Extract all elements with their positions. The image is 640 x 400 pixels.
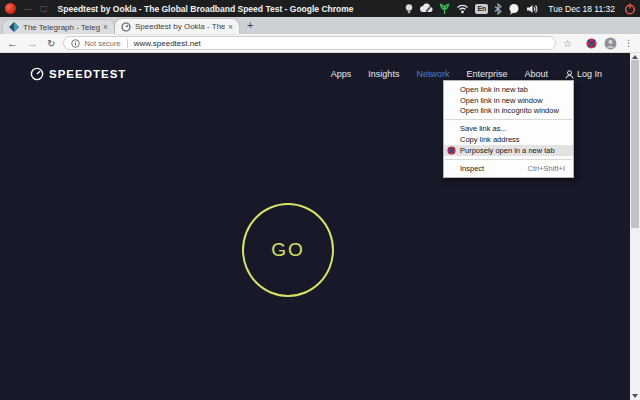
security-label: Not secure xyxy=(84,39,120,48)
address-bar[interactable]: Not secure www.speedtest.net xyxy=(63,36,556,50)
window-close-button[interactable] xyxy=(5,3,16,14)
tab-title: The Telegraph - Telegraph Onli xyxy=(23,23,100,32)
go-button[interactable]: GO xyxy=(242,203,334,297)
menu-item-label: Copy link address xyxy=(460,135,520,144)
logo-text: SPEEDTEST xyxy=(49,68,126,80)
profile-avatar[interactable] xyxy=(604,37,617,50)
window-title: Speedtest by Ookla - The Global Broadban… xyxy=(58,4,354,14)
nav-insights[interactable]: Insights xyxy=(368,69,399,79)
cloud-sync-icon[interactable] xyxy=(420,3,433,14)
menu-item-purposely-open[interactable]: Purposely open in a new tab xyxy=(444,145,573,156)
purposely-extension-icon xyxy=(447,146,456,155)
forward-icon[interactable]: → xyxy=(27,34,38,53)
nav-login[interactable]: Log In xyxy=(565,69,602,79)
volume-icon[interactable] xyxy=(526,3,539,15)
menu-item-label: Save link as... xyxy=(460,124,507,133)
menu-item-open-new-window[interactable]: Open link in new window xyxy=(444,95,573,106)
speedtest-favicon xyxy=(121,22,131,32)
browser-menu-icon[interactable]: ⋮ xyxy=(624,38,633,48)
system-clock[interactable]: Tue Dec 18 11:32 xyxy=(548,4,615,14)
go-label: GO xyxy=(271,239,305,261)
url-text[interactable]: www.speedtest.net xyxy=(134,39,201,48)
menu-item-copy-link-address[interactable]: Copy link address xyxy=(444,134,573,145)
menu-item-label: Purposely open in a new tab xyxy=(460,146,555,155)
info-icon[interactable] xyxy=(71,39,80,48)
menu-item-open-incognito[interactable]: Open link in incognito window xyxy=(444,106,573,117)
nav-apps[interactable]: Apps xyxy=(331,69,352,79)
bookmark-star-icon[interactable]: ☆ xyxy=(563,38,572,49)
page-scrollbar[interactable] xyxy=(630,53,640,400)
back-icon[interactable]: ← xyxy=(7,34,18,53)
plant-indicator-icon[interactable] xyxy=(439,3,450,15)
tab-speedtest[interactable]: Speedtest by Ookla - The Globa × xyxy=(115,19,239,34)
new-tab-button[interactable]: + xyxy=(247,18,253,33)
tab-close-icon[interactable]: × xyxy=(228,22,233,32)
chat-notification-icon[interactable] xyxy=(508,3,520,15)
person-icon xyxy=(565,70,574,79)
keyboard-layout-indicator[interactable]: En xyxy=(475,4,488,14)
power-icon[interactable] xyxy=(624,3,636,15)
menu-item-label: Open link in new window xyxy=(460,96,543,105)
system-tray: En Tue Dec 18 11:32 xyxy=(404,3,640,15)
tab-close-icon[interactable]: × xyxy=(103,22,108,32)
menu-item-label: Open link in new tab xyxy=(460,85,528,94)
nav-enterprise[interactable]: Enterprise xyxy=(466,69,507,79)
site-header: SPEEDTEST Apps Insights Network Enterpri… xyxy=(0,53,640,81)
menu-item-shortcut: Ctrl+Shift+I xyxy=(527,164,565,173)
window-minimize-icon[interactable]: — xyxy=(24,0,32,17)
menu-item-label: Open link in incognito window xyxy=(460,106,559,115)
link-context-menu: Open link in new tab Open link in new wi… xyxy=(443,80,574,178)
nav-about[interactable]: About xyxy=(524,69,548,79)
speedtest-logo[interactable]: SPEEDTEST xyxy=(30,67,126,81)
tab-strip: The Telegraph - Telegraph Onli × Speedte… xyxy=(0,17,640,34)
toolbar-right: ☆ ⋮ xyxy=(563,37,633,50)
nav-login-label: Log In xyxy=(577,69,602,79)
site-nav: Apps Insights Network Enterprise About L… xyxy=(331,69,602,79)
gauge-icon xyxy=(30,67,44,81)
menu-item-inspect[interactable]: Inspect Ctrl+Shift+I xyxy=(444,163,573,174)
wifi-icon[interactable] xyxy=(456,3,469,14)
menu-separator xyxy=(445,159,572,160)
menu-item-open-new-tab[interactable]: Open link in new tab xyxy=(444,84,573,95)
omnibox-divider xyxy=(127,39,128,48)
lightbulb-icon[interactable] xyxy=(404,3,414,15)
nav-network[interactable]: Network xyxy=(416,69,449,79)
menu-separator xyxy=(445,119,572,120)
tab-telegraph[interactable]: The Telegraph - Telegraph Onli × xyxy=(2,19,115,34)
bluetooth-icon[interactable] xyxy=(494,3,502,15)
tab-title: Speedtest by Ookla - The Globa xyxy=(135,22,225,31)
menu-item-save-link-as[interactable]: Save link as... xyxy=(444,123,573,134)
scrollbar-down-icon[interactable] xyxy=(632,394,638,398)
browser-toolbar: ← → ↻ Not secure www.speedtest.net ☆ xyxy=(0,34,640,53)
menu-item-label: Inspect xyxy=(460,164,484,173)
window-maximize-icon[interactable]: ▢ xyxy=(40,0,48,17)
purposely-extension-icon[interactable] xyxy=(586,38,597,49)
scrollbar-thumb[interactable] xyxy=(631,60,639,228)
reload-icon[interactable]: ↻ xyxy=(47,38,55,49)
telegraph-favicon xyxy=(9,22,19,32)
system-bar: — ▢ Speedtest by Ookla - The Global Broa… xyxy=(0,0,640,17)
screen: — ▢ Speedtest by Ookla - The Global Broa… xyxy=(0,0,640,400)
scrollbar-up-icon[interactable] xyxy=(632,55,638,59)
